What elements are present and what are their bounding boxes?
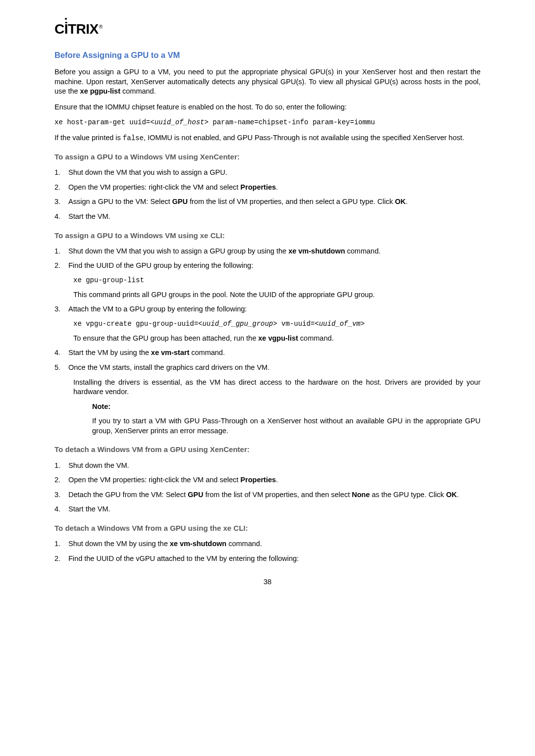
section-heading: Before Assigning a GPU to a VM [54, 50, 481, 60]
list-item: 2.Open the VM properties: right-click th… [54, 183, 481, 193]
sub2-body5: Installing the drivers is essential, as … [54, 378, 481, 397]
list-item: 2.Find the UUID of the vGPU attached to … [54, 554, 481, 564]
code-gpu-group-list: xe gpu-group-list [54, 276, 481, 285]
sub2-body3: To ensure that the GPU group has been at… [54, 334, 481, 344]
list-item: 3.Assign a GPU to the VM: Select GPU fro… [54, 197, 481, 207]
note-body: If you try to start a VM with GPU Pass-T… [54, 416, 481, 436]
sub2-list-cont: 3.Attach the VM to a GPU group by enteri… [54, 304, 481, 314]
code-host-param: xe host-param-get uuid=<uuid_of_host> pa… [54, 118, 481, 127]
list-item: 1.Shut down the VM by using the xe vm-sh… [54, 539, 481, 549]
sub4-heading: To detach a Windows VM from a GPU using … [54, 523, 481, 533]
sub1-list: 1.Shut down the VM that you wish to assi… [54, 168, 481, 221]
note-label: Note: [54, 402, 481, 412]
list-item: 4.Start the VM. [54, 212, 481, 222]
list-item: 1.Shut down the VM that you wish to assi… [54, 247, 481, 256]
list-item: 5.Once the VM starts, install the graphi… [54, 363, 481, 373]
list-item: 3.Detach the GPU from the VM: Select GPU… [54, 490, 481, 500]
code-vpgu-create: xe vpgu-create gpu-group-uuid=<uuid_of_g… [54, 319, 481, 329]
sub3-list: 1.Shut down the VM. 2.Open the VM proper… [54, 461, 481, 514]
sub2-list-cont2: 4.Start the VM by using the xe vm-start … [54, 348, 481, 372]
sub4-list: 1.Shut down the VM by using the xe vm-sh… [54, 539, 481, 563]
sub2-body2: This command prints all GPU groups in th… [54, 290, 481, 300]
page-number: 38 [54, 577, 481, 587]
list-item: 2.Open the VM properties: right-click th… [54, 475, 481, 485]
sub1-heading: To assign a GPU to a Windows VM using Xe… [54, 152, 481, 162]
list-item: 2.Find the UUID of the GPU group by ente… [54, 261, 481, 271]
sub2-heading: To assign a GPU to a Windows VM using xe… [54, 231, 481, 241]
sub2-list: 1.Shut down the VM that you wish to assi… [54, 247, 481, 271]
list-item: 4.Start the VM by using the xe vm-start … [54, 348, 481, 358]
citrix-logo: CİTRIX® [54, 20, 481, 39]
intro-p2: Ensure that the IOMMU chipset feature is… [54, 102, 481, 112]
list-item: 3.Attach the VM to a GPU group by enteri… [54, 304, 481, 314]
intro-p3: If the value printed is false, IOMMU is … [54, 133, 481, 143]
list-item: 1.Shut down the VM that you wish to assi… [54, 168, 481, 178]
list-item: 4.Start the VM. [54, 504, 481, 514]
list-item: 1.Shut down the VM. [54, 461, 481, 471]
intro-p1: Before you assign a GPU to a VM, you nee… [54, 67, 481, 97]
sub3-heading: To detach a Windows VM from a GPU using … [54, 445, 481, 454]
